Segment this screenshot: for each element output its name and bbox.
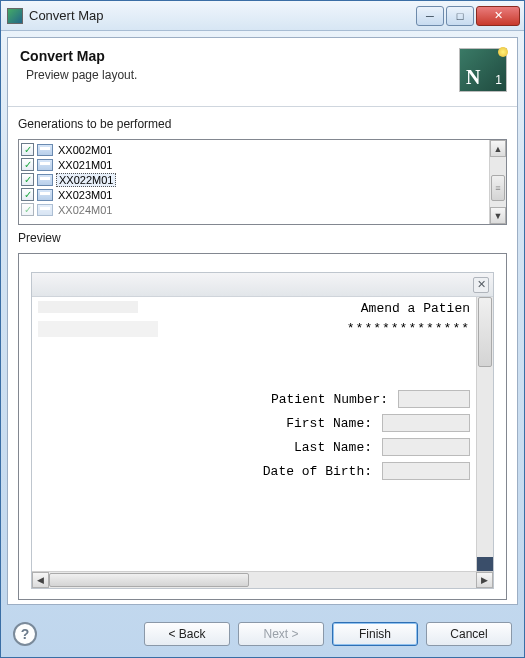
page-subtitle: Preview page layout. bbox=[20, 68, 459, 82]
list-item-label: XX021M01 bbox=[56, 159, 114, 171]
map-icon bbox=[37, 159, 53, 171]
app-icon bbox=[7, 8, 23, 24]
dob-field[interactable] bbox=[382, 462, 470, 480]
preview-content[interactable]: Amend a Patien ************** Patient Nu… bbox=[32, 297, 476, 571]
field-label: Last Name: bbox=[172, 440, 372, 455]
preview-body: Amend a Patien ************** Patient Nu… bbox=[32, 297, 493, 571]
list-item[interactable]: ✓ XX024M01 bbox=[19, 202, 489, 217]
preview-close-icon[interactable]: ✕ bbox=[473, 277, 489, 293]
maximize-button[interactable]: □ bbox=[446, 6, 474, 26]
form-row-dob: Date of Birth: bbox=[32, 459, 470, 483]
product-logo-icon: N1 bbox=[459, 48, 507, 92]
form-row-patient-number: Patient Number: bbox=[32, 387, 470, 411]
map-icon bbox=[37, 144, 53, 156]
patient-number-field[interactable] bbox=[398, 390, 470, 408]
content-area: Generations to be performed ✓ XX002M01 ✓… bbox=[8, 107, 517, 604]
close-button[interactable]: ✕ bbox=[476, 6, 520, 26]
checkbox[interactable]: ✓ bbox=[21, 143, 34, 156]
dialog-body: Convert Map Preview page layout. N1 Gene… bbox=[7, 37, 518, 605]
button-bar: ? < Back Next > Finish Cancel bbox=[1, 611, 524, 657]
list-inner: ✓ XX002M01 ✓ XX021M01 ✓ XX022M01 bbox=[19, 140, 489, 224]
first-name-field[interactable] bbox=[382, 414, 470, 432]
scroll-thumb[interactable] bbox=[478, 297, 492, 367]
preview-label: Preview bbox=[18, 231, 507, 245]
back-button[interactable]: < Back bbox=[144, 622, 230, 646]
preview-frame: ✕ Amend a Patien ************** Patient … bbox=[31, 272, 494, 589]
scroll-down-button[interactable]: ▼ bbox=[490, 207, 506, 224]
form-row-last-name: Last Name: bbox=[32, 435, 470, 459]
list-item-label: XX023M01 bbox=[56, 189, 114, 201]
scroll-end-marker bbox=[477, 557, 493, 571]
map-icon bbox=[37, 174, 53, 186]
preview-panel: ✕ Amend a Patien ************** Patient … bbox=[18, 253, 507, 600]
vertical-scrollbar[interactable]: ▲ ▼ bbox=[489, 140, 506, 224]
generations-label: Generations to be performed bbox=[18, 117, 507, 131]
generations-list[interactable]: ✓ XX002M01 ✓ XX021M01 ✓ XX022M01 bbox=[18, 139, 507, 225]
list-item[interactable]: ✓ XX022M01 bbox=[19, 172, 489, 187]
help-icon[interactable]: ? bbox=[13, 622, 37, 646]
checkbox[interactable]: ✓ bbox=[21, 188, 34, 201]
form-row-first-name: First Name: bbox=[32, 411, 470, 435]
scroll-thumb[interactable] bbox=[49, 573, 249, 587]
field-label: First Name: bbox=[172, 416, 372, 431]
placeholder-block bbox=[38, 321, 158, 337]
window-buttons: ─ □ ✕ bbox=[414, 6, 520, 26]
field-label: Patient Number: bbox=[188, 392, 388, 407]
scroll-track[interactable] bbox=[490, 157, 506, 207]
list-item-label: XX002M01 bbox=[56, 144, 114, 156]
scroll-left-button[interactable]: ◀ bbox=[32, 572, 49, 588]
scroll-thumb[interactable] bbox=[491, 175, 505, 201]
titlebar[interactable]: Convert Map ─ □ ✕ bbox=[1, 1, 524, 31]
list-item[interactable]: ✓ XX023M01 bbox=[19, 187, 489, 202]
preview-vertical-scrollbar[interactable] bbox=[476, 297, 493, 571]
last-name-field[interactable] bbox=[382, 438, 470, 456]
list-item[interactable]: ✓ XX002M01 bbox=[19, 142, 489, 157]
scroll-up-button[interactable]: ▲ bbox=[490, 140, 506, 157]
placeholder-block bbox=[38, 301, 138, 313]
list-item[interactable]: ✓ XX021M01 bbox=[19, 157, 489, 172]
window-title: Convert Map bbox=[29, 8, 414, 23]
list-item-label: XX024M01 bbox=[56, 204, 114, 216]
scroll-right-button[interactable]: ▶ bbox=[476, 572, 493, 588]
map-icon bbox=[37, 189, 53, 201]
preview-divider: ************** bbox=[347, 321, 470, 336]
finish-button[interactable]: Finish bbox=[332, 622, 418, 646]
map-icon bbox=[37, 204, 53, 216]
scroll-track[interactable] bbox=[49, 572, 476, 588]
preview-toolbar: ✕ bbox=[32, 273, 493, 297]
checkbox[interactable]: ✓ bbox=[21, 173, 34, 186]
dialog-window: Convert Map ─ □ ✕ Convert Map Preview pa… bbox=[0, 0, 525, 658]
minimize-button[interactable]: ─ bbox=[416, 6, 444, 26]
next-button: Next > bbox=[238, 622, 324, 646]
page-title: Convert Map bbox=[20, 48, 459, 64]
cancel-button[interactable]: Cancel bbox=[426, 622, 512, 646]
dialog-header: Convert Map Preview page layout. N1 bbox=[8, 38, 517, 107]
list-item-label: XX022M01 bbox=[56, 173, 116, 187]
checkbox[interactable]: ✓ bbox=[21, 203, 34, 216]
preview-horizontal-scrollbar[interactable]: ◀ ▶ bbox=[32, 571, 493, 588]
field-label: Date of Birth: bbox=[172, 464, 372, 479]
checkbox[interactable]: ✓ bbox=[21, 158, 34, 171]
preview-heading: Amend a Patien bbox=[361, 301, 470, 316]
preview-form: Patient Number: First Name: Last Name: bbox=[32, 387, 476, 483]
